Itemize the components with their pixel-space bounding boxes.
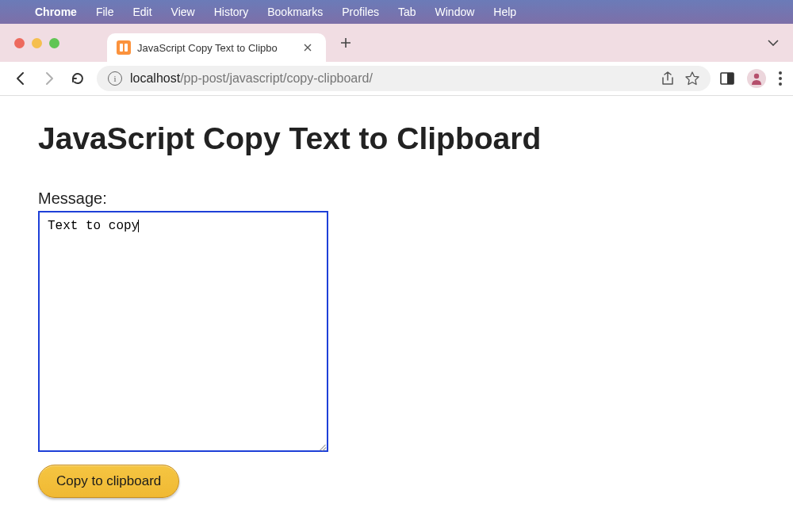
browser-tab[interactable]: JavaScript Copy Text to Clipbo [107,33,326,62]
macos-menubar: Chrome File Edit View History Bookmarks … [0,0,793,24]
menu-history[interactable]: History [214,6,249,18]
side-panel-icon[interactable] [720,72,734,85]
chrome-menu-icon[interactable] [779,71,782,86]
tabs-dropdown-icon[interactable] [768,40,779,46]
forward-button[interactable] [40,69,59,88]
tab-favicon-icon [117,40,131,55]
menu-edit[interactable]: Edit [132,6,151,18]
copy-to-clipboard-button[interactable]: Copy to clipboard [38,465,179,498]
text-cursor-icon [138,220,139,232]
url-text: localhost/pp-post/javascript/copy-clipbo… [130,71,373,86]
window-close-button[interactable] [14,38,25,48]
svg-point-4 [754,74,759,78]
message-label: Message: [38,189,755,208]
menu-file[interactable]: File [96,6,114,18]
menu-view[interactable]: View [171,6,195,18]
message-textarea[interactable]: Text to copy [38,211,328,452]
tab-strip: JavaScript Copy Text to Clipbo [0,24,793,62]
bookmark-star-icon[interactable] [685,71,699,86]
profile-avatar-icon[interactable] [747,69,766,88]
menu-bookmarks[interactable]: Bookmarks [267,6,323,18]
browser-toolbar: i localhost/pp-post/javascript/copy-clip… [0,62,793,96]
window-minimize-button[interactable] [32,38,42,48]
window-controls [14,38,59,48]
address-bar[interactable]: i localhost/pp-post/javascript/copy-clip… [97,66,711,91]
message-textarea-value: Text to copy [48,219,139,233]
menu-profiles[interactable]: Profiles [342,6,379,18]
site-info-icon[interactable]: i [108,71,122,86]
url-path: /pp-post/javascript/copy-clipboard/ [180,71,373,85]
new-tab-button[interactable] [334,31,358,55]
share-icon[interactable] [661,71,674,86]
menu-tab[interactable]: Tab [398,6,416,18]
svg-rect-1 [125,44,128,52]
reload-button[interactable] [68,69,87,88]
page-viewport: JavaScript Copy Text to Clipboard Messag… [0,96,793,523]
window-maximize-button[interactable] [49,38,59,48]
menu-window[interactable]: Window [435,6,475,18]
back-button[interactable] [11,69,30,88]
menu-help[interactable]: Help [493,6,516,18]
page-heading: JavaScript Copy Text to Clipboard [38,121,755,156]
tab-title: JavaScript Copy Text to Clipbo [137,42,297,54]
app-name[interactable]: Chrome [35,6,77,18]
svg-rect-0 [120,44,123,52]
svg-rect-3 [727,73,734,84]
tab-close-icon[interactable] [304,44,318,52]
url-host: localhost [130,71,180,85]
